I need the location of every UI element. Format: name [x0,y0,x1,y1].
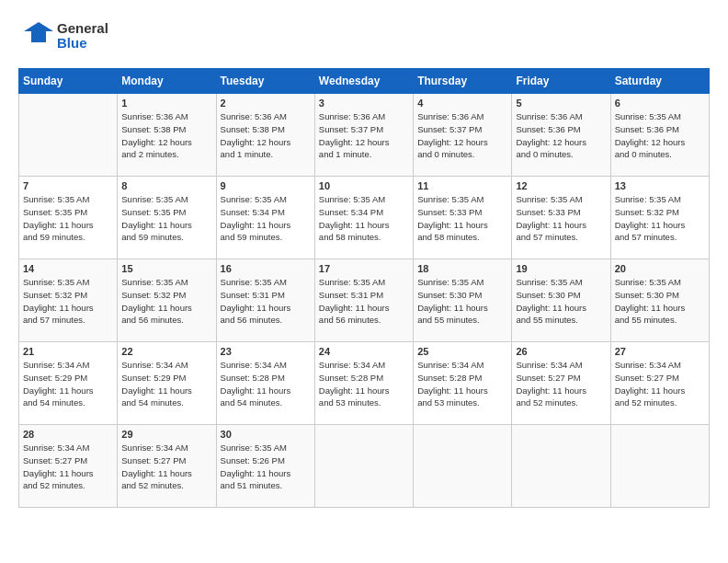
column-header-thursday: Thursday [414,69,512,94]
calendar-cell [314,425,413,508]
day-info: Sunrise: 5:35 AM Sunset: 5:35 PM Dayligh… [23,193,113,244]
day-number: 14 [23,263,113,274]
calendar-week-1: 1Sunrise: 5:36 AM Sunset: 5:38 PM Daylig… [19,94,710,177]
calendar-cell: 13Sunrise: 5:35 AM Sunset: 5:32 PM Dayli… [610,177,709,259]
day-info: Sunrise: 5:35 AM Sunset: 5:33 PM Dayligh… [417,193,507,244]
calendar-cell [512,425,610,508]
day-number: 22 [121,346,211,357]
calendar-cell [610,425,709,508]
column-header-monday: Monday [118,69,216,94]
day-number: 24 [319,346,409,357]
column-header-sunday: Sunday [19,69,118,94]
calendar-week-4: 21Sunrise: 5:34 AM Sunset: 5:29 PM Dayli… [19,342,710,425]
calendar-cell: 8Sunrise: 5:35 AM Sunset: 5:35 PM Daylig… [118,177,216,259]
day-number: 5 [516,98,606,109]
day-info: Sunrise: 5:35 AM Sunset: 5:30 PM Dayligh… [417,276,507,327]
day-number: 6 [615,98,705,109]
day-info: Sunrise: 5:35 AM Sunset: 5:34 PM Dayligh… [221,193,311,244]
day-info: Sunrise: 5:35 AM Sunset: 5:35 PM Dayligh… [121,193,211,244]
page-header: General Blue [18,18,710,53]
calendar-cell: 3Sunrise: 5:36 AM Sunset: 5:37 PM Daylig… [314,94,413,177]
column-header-wednesday: Wednesday [314,69,413,94]
column-header-friday: Friday [512,69,610,94]
day-number: 13 [615,180,705,191]
day-info: Sunrise: 5:36 AM Sunset: 5:38 PM Dayligh… [221,110,311,161]
calendar-cell [19,94,118,177]
column-header-saturday: Saturday [610,69,709,94]
calendar-cell: 6Sunrise: 5:35 AM Sunset: 5:36 PM Daylig… [610,94,709,177]
calendar-cell: 20Sunrise: 5:35 AM Sunset: 5:30 PM Dayli… [610,259,709,342]
day-number: 4 [417,98,507,109]
day-number: 1 [121,98,211,109]
calendar-cell: 28Sunrise: 5:34 AM Sunset: 5:27 PM Dayli… [19,425,118,508]
day-number: 9 [221,180,311,191]
day-number: 7 [23,180,113,191]
day-info: Sunrise: 5:35 AM Sunset: 5:32 PM Dayligh… [121,276,211,327]
calendar-cell: 12Sunrise: 5:35 AM Sunset: 5:33 PM Dayli… [512,177,610,259]
day-number: 20 [615,263,705,274]
calendar-cell: 30Sunrise: 5:35 AM Sunset: 5:26 PM Dayli… [216,425,314,508]
day-info: Sunrise: 5:34 AM Sunset: 5:28 PM Dayligh… [319,359,409,409]
calendar-cell: 25Sunrise: 5:34 AM Sunset: 5:28 PM Dayli… [414,342,512,425]
day-number: 18 [417,263,507,274]
day-number: 10 [319,180,409,191]
day-number: 30 [221,429,311,440]
day-info: Sunrise: 5:34 AM Sunset: 5:29 PM Dayligh… [23,359,113,409]
calendar-cell: 14Sunrise: 5:35 AM Sunset: 5:32 PM Dayli… [19,259,118,342]
day-info: Sunrise: 5:34 AM Sunset: 5:27 PM Dayligh… [121,442,211,492]
calendar-cell: 17Sunrise: 5:35 AM Sunset: 5:31 PM Dayli… [314,259,413,342]
day-number: 27 [615,346,705,357]
day-number: 8 [121,180,211,191]
day-info: Sunrise: 5:35 AM Sunset: 5:36 PM Dayligh… [615,110,705,161]
day-info: Sunrise: 5:34 AM Sunset: 5:28 PM Dayligh… [417,359,507,409]
calendar-cell: 29Sunrise: 5:34 AM Sunset: 5:27 PM Dayli… [118,425,216,508]
calendar-cell: 16Sunrise: 5:35 AM Sunset: 5:31 PM Dayli… [216,259,314,342]
day-info: Sunrise: 5:35 AM Sunset: 5:30 PM Dayligh… [516,276,606,327]
calendar-cell [414,425,512,508]
calendar-cell: 10Sunrise: 5:35 AM Sunset: 5:34 PM Dayli… [314,177,413,259]
calendar-cell: 2Sunrise: 5:36 AM Sunset: 5:38 PM Daylig… [216,94,314,177]
calendar-cell: 21Sunrise: 5:34 AM Sunset: 5:29 PM Dayli… [19,342,118,425]
day-info: Sunrise: 5:34 AM Sunset: 5:28 PM Dayligh… [221,359,311,409]
day-info: Sunrise: 5:36 AM Sunset: 5:36 PM Dayligh… [516,110,606,161]
day-info: Sunrise: 5:35 AM Sunset: 5:32 PM Dayligh… [23,276,113,327]
column-header-tuesday: Tuesday [216,69,314,94]
calendar-cell: 4Sunrise: 5:36 AM Sunset: 5:37 PM Daylig… [414,94,512,177]
day-info: Sunrise: 5:35 AM Sunset: 5:30 PM Dayligh… [615,276,705,327]
logo-text-blue: Blue [57,36,108,52]
day-number: 17 [319,263,409,274]
day-number: 26 [516,346,606,357]
logo-text-general: General [57,21,108,37]
logo: General Blue [18,18,108,53]
day-number: 15 [121,263,211,274]
calendar-cell: 26Sunrise: 5:34 AM Sunset: 5:27 PM Dayli… [512,342,610,425]
day-info: Sunrise: 5:35 AM Sunset: 5:31 PM Dayligh… [221,276,311,327]
day-info: Sunrise: 5:36 AM Sunset: 5:37 PM Dayligh… [417,110,507,161]
logo-bird-icon [18,18,53,53]
calendar-cell: 22Sunrise: 5:34 AM Sunset: 5:29 PM Dayli… [118,342,216,425]
calendar-week-2: 7Sunrise: 5:35 AM Sunset: 5:35 PM Daylig… [19,177,710,259]
day-number: 2 [221,98,311,109]
day-number: 19 [516,263,606,274]
day-info: Sunrise: 5:35 AM Sunset: 5:31 PM Dayligh… [319,276,409,327]
day-info: Sunrise: 5:34 AM Sunset: 5:29 PM Dayligh… [121,359,211,409]
day-info: Sunrise: 5:34 AM Sunset: 5:27 PM Dayligh… [516,359,606,409]
day-number: 3 [319,98,409,109]
day-number: 11 [417,180,507,191]
calendar-cell: 23Sunrise: 5:34 AM Sunset: 5:28 PM Dayli… [216,342,314,425]
calendar-cell: 5Sunrise: 5:36 AM Sunset: 5:36 PM Daylig… [512,94,610,177]
day-info: Sunrise: 5:36 AM Sunset: 5:37 PM Dayligh… [319,110,409,161]
calendar-table: SundayMondayTuesdayWednesdayThursdayFrid… [18,68,710,508]
calendar-cell: 18Sunrise: 5:35 AM Sunset: 5:30 PM Dayli… [414,259,512,342]
calendar-week-5: 28Sunrise: 5:34 AM Sunset: 5:27 PM Dayli… [19,425,710,508]
calendar-cell: 24Sunrise: 5:34 AM Sunset: 5:28 PM Dayli… [314,342,413,425]
day-number: 23 [221,346,311,357]
day-number: 25 [417,346,507,357]
day-info: Sunrise: 5:35 AM Sunset: 5:34 PM Dayligh… [319,193,409,244]
svg-marker-0 [24,22,53,42]
calendar-cell: 19Sunrise: 5:35 AM Sunset: 5:30 PM Dayli… [512,259,610,342]
calendar-cell: 1Sunrise: 5:36 AM Sunset: 5:38 PM Daylig… [118,94,216,177]
day-info: Sunrise: 5:34 AM Sunset: 5:27 PM Dayligh… [23,442,113,492]
calendar-cell: 11Sunrise: 5:35 AM Sunset: 5:33 PM Dayli… [414,177,512,259]
calendar-cell: 7Sunrise: 5:35 AM Sunset: 5:35 PM Daylig… [19,177,118,259]
